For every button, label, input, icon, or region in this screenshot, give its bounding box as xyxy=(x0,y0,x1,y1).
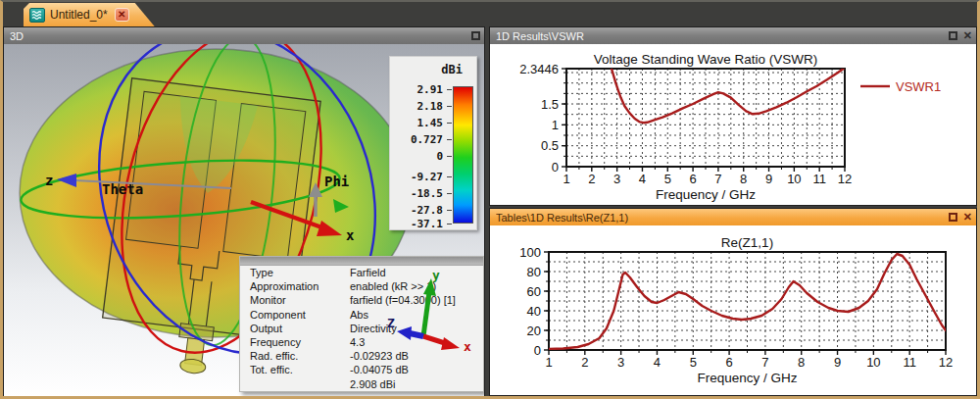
colorbar-legend: dBi 2.912.181.450.7270-9.27-18.5-27.8-37… xyxy=(389,56,477,230)
x-tick-label: 7 xyxy=(714,172,721,186)
info-key: Approximation xyxy=(250,280,350,292)
x-tick-label: 10 xyxy=(787,172,801,186)
x-tick-label: 1 xyxy=(563,172,569,186)
info-value: Abs xyxy=(350,309,368,321)
info-row: ComponentAbs xyxy=(240,308,483,322)
y-tick-label: 60 xyxy=(527,284,541,299)
y-tick-label: 1 xyxy=(552,118,559,132)
x-tick-label: 9 xyxy=(834,355,841,370)
maximize-icon[interactable] xyxy=(949,31,957,40)
rez-window-titlebar[interactable]: Tables\1D Results\Re(Z1,1) ✕ xyxy=(490,209,976,225)
close-icon[interactable]: ✕ xyxy=(963,31,972,40)
x-tick-label: 6 xyxy=(725,355,732,370)
colorbar-tick-label: -37.1 xyxy=(411,218,443,230)
info-key: Frequency xyxy=(250,336,350,348)
x-tick-label: 10 xyxy=(866,355,880,370)
document-tab-bar: Untitled_0* ✕ xyxy=(3,2,977,26)
x-tick-label: 8 xyxy=(740,172,747,186)
x-tick-label: 12 xyxy=(939,355,953,370)
3d-viewport[interactable]: z x Phi Theta dBi 2.912.181.450.7270-9.2… xyxy=(4,44,484,397)
legend-label: VSWR1 xyxy=(896,79,941,94)
y-tick-label: 80 xyxy=(527,265,541,279)
colorbar-tick-label: 2.18 xyxy=(417,100,444,113)
x-tick-label: 2 xyxy=(581,355,588,370)
vswr-chart[interactable]: 1234567891011122.34461.510.50Voltage Sta… xyxy=(490,44,976,205)
colorbar-tick-mark xyxy=(447,123,452,124)
colorbar-tick-mark xyxy=(447,156,452,157)
colorbar-tick-mark xyxy=(447,210,452,211)
close-icon[interactable]: ✕ xyxy=(963,213,972,222)
x-tick-label: 8 xyxy=(798,355,805,370)
colorbar-tick-mark xyxy=(447,89,452,90)
colorbar-tick-label: 0.727 xyxy=(411,133,443,146)
x-tick-label: 9 xyxy=(765,172,772,186)
info-value: Directivity xyxy=(350,323,397,334)
info-row: Approximationenabled (kR >> 1) xyxy=(240,279,483,293)
vswr-chart-svg: 1234567891011122.34461.510.50Voltage Sta… xyxy=(490,44,976,205)
vswr-window-title: 1D Results\VSWR xyxy=(496,30,949,42)
phi-label: Phi xyxy=(324,174,349,189)
x-tick-label: 11 xyxy=(812,172,826,186)
x-tick-label: 4 xyxy=(639,172,646,186)
farfield-info-box: TypeFarfieldApproximationenabled (kR >> … xyxy=(239,256,484,392)
rez-chart[interactable]: 123456789101112100806040200Re(Z1,1)Frequ… xyxy=(490,225,976,395)
info-key: Rad. effic. xyxy=(250,350,350,362)
y-tick-label: 20 xyxy=(527,324,541,338)
info-row: Rad. effic.-0.02923 dB xyxy=(240,349,483,363)
x-tick-label: 5 xyxy=(664,172,671,186)
colorbar-tick-label: 0 xyxy=(436,150,443,163)
rez-window-title: Tables\1D Results\Re(Z1,1) xyxy=(496,212,949,224)
colorbar-tick-label: -27.8 xyxy=(411,204,443,217)
colorbar-tick-label: -18.5 xyxy=(411,187,443,200)
tab-close-icon[interactable]: ✕ xyxy=(115,8,129,22)
vswr-window-titlebar[interactable]: 1D Results\VSWR ✕ xyxy=(490,27,976,44)
colorbar-tick-label: -9.27 xyxy=(411,171,443,183)
info-box-header xyxy=(240,257,483,266)
colorbar-tick-label: 2.91 xyxy=(417,83,444,96)
3d-window-titlebar[interactable]: 3D xyxy=(4,27,484,44)
document-tab-untitled[interactable]: Untitled_0* ✕ xyxy=(24,3,155,26)
x-axis-label: x xyxy=(346,227,355,243)
chart-title: Voltage Standing Wave Ratio (VSWR) xyxy=(594,52,817,67)
colorbar-tick-mark xyxy=(447,176,452,177)
info-row: 2.908 dBi xyxy=(240,377,483,391)
y-tick-label: 0.5 xyxy=(541,138,559,153)
colorbar-tick-mark xyxy=(447,193,452,194)
colorbar-tick-mark xyxy=(447,139,452,140)
theta-label: Theta xyxy=(102,181,143,197)
x-tick-label: 6 xyxy=(689,172,696,186)
rez-chart-svg: 123456789101112100806040200Re(Z1,1)Frequ… xyxy=(490,225,976,395)
project-document-icon xyxy=(29,8,45,23)
y-tick-label: 2.3446 xyxy=(519,62,559,76)
info-value: Farfield xyxy=(350,267,386,278)
info-value: farfield (f=04.3000) [1] xyxy=(350,294,456,306)
info-value: -0.04075 dB xyxy=(350,364,409,375)
maximize-icon[interactable] xyxy=(471,31,480,40)
x-tick-label: 2 xyxy=(588,172,595,186)
z-axis-label: z xyxy=(45,173,53,188)
info-row: Frequency4.3 xyxy=(240,335,483,349)
info-key: Output xyxy=(250,323,350,334)
3d-view-window: 3D xyxy=(3,26,485,396)
3d-window-title: 3D xyxy=(10,30,471,42)
chart-title: Re(Z1,1) xyxy=(721,235,773,250)
x-tick-label: 12 xyxy=(838,172,852,186)
info-row: Tot. effic.-0.04075 dB xyxy=(240,363,483,376)
info-key: Tot. effic. xyxy=(250,364,350,375)
colorbar-title: dBi xyxy=(441,63,463,76)
x-tick-label: 4 xyxy=(654,355,661,370)
info-value: 2.908 dBi xyxy=(350,378,395,390)
y-tick-label: 0 xyxy=(534,343,541,358)
info-row: OutputDirectivity xyxy=(240,322,483,335)
info-key: Type xyxy=(250,267,350,278)
x-axis-label: Frequency / GHz xyxy=(656,187,756,202)
maximize-icon[interactable] xyxy=(949,213,957,222)
info-row: TypeFarfield xyxy=(240,266,483,279)
x-axis-label: Frequency / GHz xyxy=(697,371,797,385)
colorbar-tick-label: 1.45 xyxy=(417,117,444,129)
rez-result-window: Tables\1D Results\Re(Z1,1) ✕ 12345678910… xyxy=(489,208,977,396)
info-key: Monitor xyxy=(250,294,350,306)
x-tick-label: 7 xyxy=(761,355,768,370)
y-tick-label: 40 xyxy=(527,304,541,319)
info-key: Component xyxy=(250,309,350,321)
